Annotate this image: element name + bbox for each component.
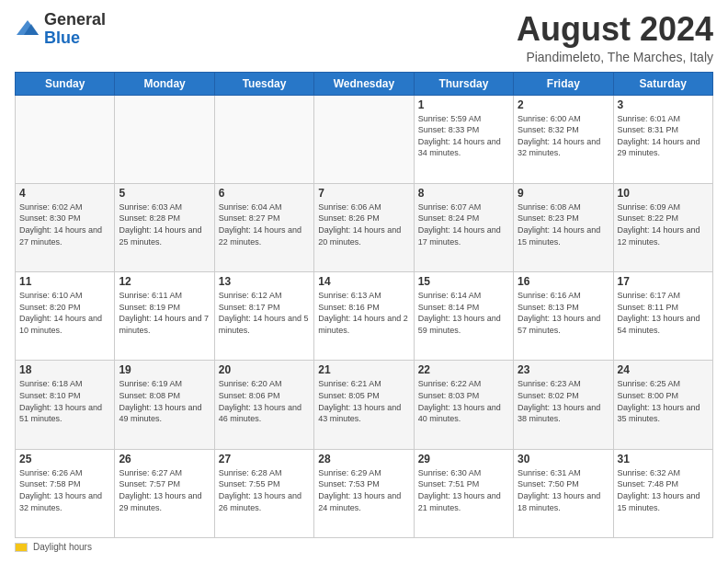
day-info: Sunrise: 6:16 AM Sunset: 8:13 PM Dayligh… xyxy=(518,290,609,336)
table-row xyxy=(115,95,214,183)
calendar-week-5: 25Sunrise: 6:26 AM Sunset: 7:58 PM Dayli… xyxy=(16,449,713,537)
day-info: Sunrise: 6:06 AM Sunset: 8:26 PM Dayligh… xyxy=(318,201,409,247)
logo-blue: Blue xyxy=(44,29,106,48)
day-info: Sunrise: 6:19 AM Sunset: 8:08 PM Dayligh… xyxy=(119,378,210,424)
table-row: 25Sunrise: 6:26 AM Sunset: 7:58 PM Dayli… xyxy=(16,449,115,537)
day-info: Sunrise: 6:02 AM Sunset: 8:30 PM Dayligh… xyxy=(19,201,110,247)
day-number: 8 xyxy=(418,187,509,200)
table-row: 6Sunrise: 6:04 AM Sunset: 8:27 PM Daylig… xyxy=(214,183,313,271)
table-row: 22Sunrise: 6:22 AM Sunset: 8:03 PM Dayli… xyxy=(414,361,513,449)
calendar-week-4: 18Sunrise: 6:18 AM Sunset: 8:10 PM Dayli… xyxy=(16,361,713,449)
day-number: 14 xyxy=(318,275,409,288)
location-subtitle: Piandimeleto, The Marches, Italy xyxy=(517,50,713,64)
day-info: Sunrise: 6:28 AM Sunset: 7:55 PM Dayligh… xyxy=(219,467,310,513)
calendar-header-tuesday: Tuesday xyxy=(214,72,313,95)
day-number: 26 xyxy=(119,453,210,465)
table-row: 13Sunrise: 6:12 AM Sunset: 8:17 PM Dayli… xyxy=(214,272,313,361)
table-row: 24Sunrise: 6:25 AM Sunset: 8:00 PM Dayli… xyxy=(613,361,712,449)
day-number: 18 xyxy=(19,363,110,376)
logo: General Blue xyxy=(15,11,106,48)
daylight-color-box xyxy=(15,543,28,552)
day-number: 20 xyxy=(219,363,310,376)
table-row: 3Sunrise: 6:01 AM Sunset: 8:31 PM Daylig… xyxy=(613,95,712,183)
day-info: Sunrise: 5:59 AM Sunset: 8:33 PM Dayligh… xyxy=(418,113,509,159)
logo-icon xyxy=(15,17,40,42)
daylight-label: Daylight hours xyxy=(33,542,92,552)
day-info: Sunrise: 6:30 AM Sunset: 7:51 PM Dayligh… xyxy=(418,467,509,513)
table-row: 15Sunrise: 6:14 AM Sunset: 8:14 PM Dayli… xyxy=(414,272,513,361)
calendar-week-2: 4Sunrise: 6:02 AM Sunset: 8:30 PM Daylig… xyxy=(16,183,713,271)
day-info: Sunrise: 6:32 AM Sunset: 7:48 PM Dayligh… xyxy=(618,467,709,513)
day-info: Sunrise: 6:04 AM Sunset: 8:27 PM Dayligh… xyxy=(219,201,310,247)
table-row: 7Sunrise: 6:06 AM Sunset: 8:26 PM Daylig… xyxy=(314,183,414,271)
day-info: Sunrise: 6:27 AM Sunset: 7:57 PM Dayligh… xyxy=(119,467,210,513)
table-row: 1Sunrise: 5:59 AM Sunset: 8:33 PM Daylig… xyxy=(414,95,513,183)
table-row: 14Sunrise: 6:13 AM Sunset: 8:16 PM Dayli… xyxy=(314,272,414,361)
day-number: 9 xyxy=(518,187,609,200)
table-row: 10Sunrise: 6:09 AM Sunset: 8:22 PM Dayli… xyxy=(613,183,712,271)
day-number: 16 xyxy=(518,275,609,288)
day-info: Sunrise: 6:14 AM Sunset: 8:14 PM Dayligh… xyxy=(418,290,509,336)
day-number: 19 xyxy=(119,363,210,376)
day-number: 11 xyxy=(19,275,110,288)
calendar-week-3: 11Sunrise: 6:10 AM Sunset: 8:20 PM Dayli… xyxy=(16,272,713,361)
table-row xyxy=(214,95,313,183)
table-row: 17Sunrise: 6:17 AM Sunset: 8:11 PM Dayli… xyxy=(613,272,712,361)
calendar-header-friday: Friday xyxy=(514,72,613,95)
day-info: Sunrise: 6:21 AM Sunset: 8:05 PM Dayligh… xyxy=(318,378,409,424)
day-number: 31 xyxy=(618,453,709,465)
table-row: 11Sunrise: 6:10 AM Sunset: 8:20 PM Dayli… xyxy=(16,272,115,361)
day-number: 2 xyxy=(518,98,609,111)
day-number: 22 xyxy=(418,363,509,376)
month-title: August 2024 xyxy=(517,11,713,48)
day-number: 3 xyxy=(618,98,709,111)
calendar-header-row: SundayMondayTuesdayWednesdayThursdayFrid… xyxy=(16,72,713,95)
day-info: Sunrise: 6:09 AM Sunset: 8:22 PM Dayligh… xyxy=(618,201,709,247)
table-row: 16Sunrise: 6:16 AM Sunset: 8:13 PM Dayli… xyxy=(514,272,613,361)
day-number: 6 xyxy=(219,187,310,200)
day-number: 28 xyxy=(318,453,409,465)
day-number: 27 xyxy=(219,453,310,465)
calendar-header-monday: Monday xyxy=(115,72,214,95)
table-row xyxy=(314,95,414,183)
day-number: 24 xyxy=(618,363,709,376)
day-info: Sunrise: 6:31 AM Sunset: 7:50 PM Dayligh… xyxy=(518,467,609,513)
table-row: 26Sunrise: 6:27 AM Sunset: 7:57 PM Dayli… xyxy=(115,449,214,537)
logo-text: General Blue xyxy=(44,11,106,48)
day-info: Sunrise: 6:07 AM Sunset: 8:24 PM Dayligh… xyxy=(418,201,509,247)
day-info: Sunrise: 6:22 AM Sunset: 8:03 PM Dayligh… xyxy=(418,378,509,424)
table-row: 12Sunrise: 6:11 AM Sunset: 8:19 PM Dayli… xyxy=(115,272,214,361)
day-info: Sunrise: 6:03 AM Sunset: 8:28 PM Dayligh… xyxy=(119,201,210,247)
day-number: 7 xyxy=(318,187,409,200)
table-row: 9Sunrise: 6:08 AM Sunset: 8:23 PM Daylig… xyxy=(514,183,613,271)
day-number: 23 xyxy=(518,363,609,376)
logo-general: General xyxy=(44,11,106,29)
day-info: Sunrise: 6:25 AM Sunset: 8:00 PM Dayligh… xyxy=(618,378,709,424)
day-info: Sunrise: 6:23 AM Sunset: 8:02 PM Dayligh… xyxy=(518,378,609,424)
day-number: 12 xyxy=(119,275,210,288)
day-number: 17 xyxy=(618,275,709,288)
header: General Blue August 2024 Piandimeleto, T… xyxy=(15,11,713,64)
calendar-week-1: 1Sunrise: 5:59 AM Sunset: 8:33 PM Daylig… xyxy=(16,95,713,183)
table-row: 28Sunrise: 6:29 AM Sunset: 7:53 PM Dayli… xyxy=(314,449,414,537)
table-row xyxy=(16,95,115,183)
day-info: Sunrise: 6:18 AM Sunset: 8:10 PM Dayligh… xyxy=(19,378,110,424)
day-number: 15 xyxy=(418,275,509,288)
table-row: 2Sunrise: 6:00 AM Sunset: 8:32 PM Daylig… xyxy=(514,95,613,183)
day-number: 29 xyxy=(418,453,509,465)
page: General Blue August 2024 Piandimeleto, T… xyxy=(0,0,728,563)
day-info: Sunrise: 6:20 AM Sunset: 8:06 PM Dayligh… xyxy=(219,378,310,424)
day-number: 30 xyxy=(518,453,609,465)
day-number: 21 xyxy=(318,363,409,376)
day-info: Sunrise: 6:01 AM Sunset: 8:31 PM Dayligh… xyxy=(618,113,709,159)
day-info: Sunrise: 6:13 AM Sunset: 8:16 PM Dayligh… xyxy=(318,290,409,336)
day-info: Sunrise: 6:08 AM Sunset: 8:23 PM Dayligh… xyxy=(518,201,609,247)
table-row: 23Sunrise: 6:23 AM Sunset: 8:02 PM Dayli… xyxy=(514,361,613,449)
day-info: Sunrise: 6:10 AM Sunset: 8:20 PM Dayligh… xyxy=(19,290,110,336)
table-row: 5Sunrise: 6:03 AM Sunset: 8:28 PM Daylig… xyxy=(115,183,214,271)
day-info: Sunrise: 6:00 AM Sunset: 8:32 PM Dayligh… xyxy=(518,113,609,159)
calendar-header-wednesday: Wednesday xyxy=(314,72,414,95)
table-row: 4Sunrise: 6:02 AM Sunset: 8:30 PM Daylig… xyxy=(16,183,115,271)
calendar-header-saturday: Saturday xyxy=(613,72,712,95)
day-info: Sunrise: 6:12 AM Sunset: 8:17 PM Dayligh… xyxy=(219,290,310,336)
